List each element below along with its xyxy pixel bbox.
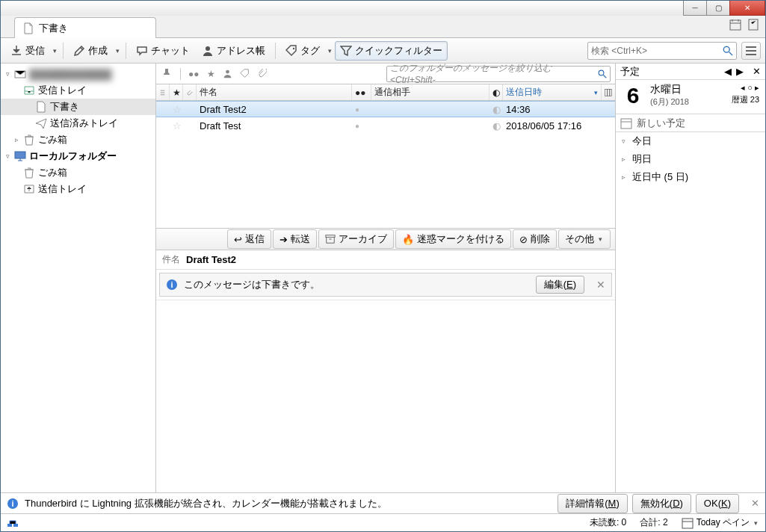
agenda-soon[interactable]: ▹近日中 (5 日) <box>616 168 765 186</box>
receive-button[interactable]: 受信 <box>5 41 50 61</box>
svg-rect-1 <box>749 19 758 30</box>
col-correspondent[interactable]: 通信相手 <box>371 84 489 100</box>
filter-icon <box>340 45 352 57</box>
preview-toolbar: ↩返信 ➔転送 アーカイブ 🔥迷惑マークを付ける ⊘削除 その他▾ <box>156 228 615 250</box>
folder-outbox[interactable]: 送信トレイ <box>1 181 155 197</box>
mailbox-icon <box>14 68 26 80</box>
more-info-button[interactable]: 詳細情報(M) <box>557 494 628 513</box>
total-count: 合計: 2 <box>640 516 667 529</box>
addressbook-button[interactable]: アドレス帳 <box>197 41 271 61</box>
ok-button[interactable]: OK(K) <box>696 494 739 513</box>
new-event-row[interactable]: 新しい予定 <box>616 114 765 132</box>
col-picker[interactable] <box>602 84 615 100</box>
preview-subject-bar: 件名 Draft Test2 <box>156 250 615 270</box>
prev-day-icon[interactable]: ◀ <box>724 66 732 77</box>
other-button[interactable]: その他▾ <box>558 229 611 249</box>
global-search[interactable] <box>587 42 737 60</box>
titlebar: ─ ▢ ✕ <box>1 1 765 16</box>
delete-button[interactable]: ⊘削除 <box>513 229 557 249</box>
svg-rect-9 <box>605 89 608 96</box>
trash-icon <box>23 134 35 146</box>
search-input[interactable] <box>591 46 723 56</box>
day-number: 6 <box>622 83 644 111</box>
filter-unread-icon[interactable]: ●● <box>188 69 200 79</box>
agenda: ▿今日 ▹明日 ▹近日中 (5 日) <box>616 132 765 186</box>
quickfilter-button[interactable]: クイックフィルター <box>335 41 448 61</box>
archive-icon <box>325 234 336 244</box>
forward-icon: ➔ <box>279 234 288 245</box>
star-icon[interactable]: ☆ <box>170 104 183 115</box>
svg-rect-6 <box>15 152 25 158</box>
svg-rect-15 <box>621 119 631 129</box>
filter-messages-input[interactable]: このフォルダーのメッセージを絞り込む <Ctrl+Shift- <box>386 66 611 82</box>
document-icon <box>22 22 34 34</box>
col-date[interactable]: 送信日時▾ <box>503 84 602 100</box>
folder-sent[interactable]: 送信済みトレイ <box>1 115 155 132</box>
close-notice-icon[interactable]: ✕ <box>596 279 605 291</box>
agenda-tomorrow[interactable]: ▹明日 <box>616 150 765 168</box>
svg-rect-18 <box>7 524 12 527</box>
lightning-notice: i Thunderbird に Lightning 拡張機能が統合され、カレンダ… <box>1 492 765 513</box>
maximize-button[interactable]: ▢ <box>706 1 730 16</box>
message-row[interactable]: ☆ Draft Test ● ◐2018/06/05 17:16 <box>156 117 615 134</box>
trash-icon <box>23 167 35 179</box>
document-icon <box>35 101 47 113</box>
account-row[interactable]: ▿████████████ <box>1 66 155 82</box>
chat-button[interactable]: チャット <box>131 41 195 61</box>
svg-text:i: i <box>170 280 173 289</box>
filter-contact-icon[interactable] <box>223 69 232 78</box>
row-date: 2018/06/05 17:16 <box>503 120 602 132</box>
tag-button[interactable]: タグ <box>280 41 325 61</box>
info-icon: i <box>7 498 19 510</box>
minimize-button[interactable]: ─ <box>683 1 707 16</box>
folder-inbox[interactable]: 受信トレイ <box>1 82 155 99</box>
message-row[interactable]: ☆ Draft Test2 ● ◐14:36 <box>156 101 615 117</box>
svg-point-3 <box>293 47 294 49</box>
archive-button[interactable]: アーカイブ <box>318 229 394 249</box>
fire-icon: 🔥 <box>402 234 414 245</box>
dropdown-icon[interactable]: ▾ <box>114 47 121 55</box>
svg-point-4 <box>723 46 729 52</box>
folder-trash[interactable]: ▹ごみ箱 <box>1 132 155 148</box>
folder-local-trash[interactable]: ごみ箱 <box>1 164 155 181</box>
col-read[interactable]: ●● <box>352 84 371 100</box>
forward-button[interactable]: ➔転送 <box>273 229 317 249</box>
next-day-icon[interactable]: ▶ <box>736 66 744 77</box>
agenda-today[interactable]: ▿今日 <box>616 132 765 150</box>
col-subject[interactable]: 件名 <box>197 84 352 100</box>
outbox-icon <box>23 183 35 195</box>
filter-starred-icon[interactable]: ★ <box>207 69 215 79</box>
close-pane-icon[interactable]: ✕ <box>753 66 761 77</box>
close-button[interactable]: ✕ <box>729 1 765 16</box>
unread-count: 未読数: 0 <box>590 516 626 529</box>
close-notice-icon[interactable]: ✕ <box>751 498 759 509</box>
tasks-icon[interactable] <box>747 19 759 31</box>
col-status[interactable]: ◐ <box>489 84 503 100</box>
app-menu-button[interactable] <box>741 42 761 60</box>
col-star[interactable]: ★ <box>170 84 183 100</box>
tab-drafts[interactable]: 下書き <box>14 17 156 38</box>
dropdown-icon[interactable]: ▾ <box>52 47 58 55</box>
reply-button[interactable]: ↩返信 <box>227 229 271 249</box>
today-pane-toggle[interactable]: Today ペイン▾ <box>682 516 759 529</box>
svg-point-2 <box>206 46 210 51</box>
person-icon <box>202 45 214 57</box>
compose-button[interactable]: 作成 <box>68 41 113 61</box>
folder-drafts[interactable]: 下書き <box>1 99 155 115</box>
svg-point-8 <box>599 70 604 75</box>
online-icon[interactable] <box>7 517 19 529</box>
edit-button[interactable]: 編集(E) <box>536 276 584 294</box>
local-folders-row[interactable]: ▿ローカルフォルダー <box>1 148 155 164</box>
star-icon[interactable]: ☆ <box>170 120 183 132</box>
dropdown-icon[interactable]: ▾ <box>327 47 333 55</box>
filter-attachment-icon[interactable] <box>257 69 267 78</box>
computer-icon <box>14 150 26 162</box>
col-thread[interactable] <box>156 84 170 100</box>
col-attachment[interactable] <box>183 84 197 100</box>
junk-button[interactable]: 🔥迷惑マークを付ける <box>395 229 511 249</box>
disable-button[interactable]: 無効化(D) <box>632 494 691 513</box>
calendar-icon[interactable] <box>729 19 741 31</box>
pin-icon[interactable] <box>161 68 173 80</box>
nav-mini[interactable]: ◂ ○ ▸ <box>741 83 759 93</box>
filter-tag-icon[interactable] <box>240 69 250 78</box>
